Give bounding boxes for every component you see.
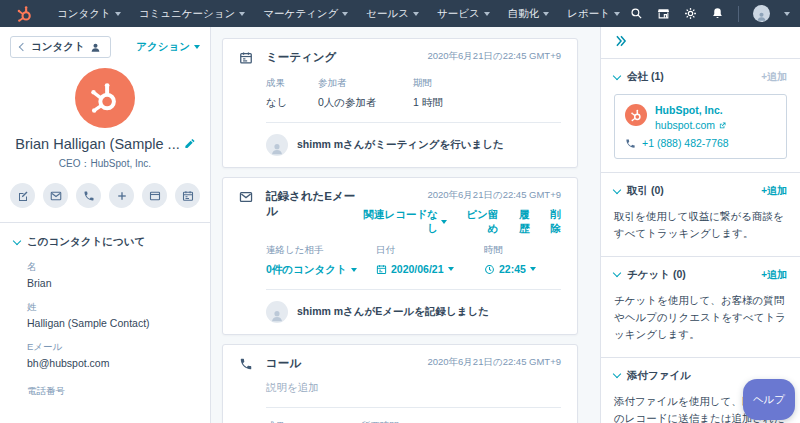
tickets-section-title: チケット (0) xyxy=(627,268,686,282)
column-label: 日付 xyxy=(376,244,484,257)
chevron-down-icon xyxy=(13,236,21,244)
nav-item-conversations[interactable]: コミュニケーション xyxy=(130,7,254,21)
pin-link[interactable]: ピン留め xyxy=(459,208,498,236)
nav-item-automation[interactable]: 自動化 xyxy=(499,7,559,21)
company-name-link[interactable]: HubSpot, Inc. xyxy=(655,104,727,116)
chevron-down-icon xyxy=(351,268,357,272)
nav-item-sales[interactable]: セールス xyxy=(357,7,428,21)
calendar-icon xyxy=(239,51,253,65)
quick-actions-row xyxy=(0,183,210,208)
back-to-contacts-button[interactable]: コンタクト xyxy=(10,36,111,58)
marketplace-icon[interactable] xyxy=(657,7,670,20)
associated-records-dropdown[interactable]: 関連レコードなし xyxy=(360,208,447,236)
person-icon xyxy=(270,309,284,323)
column-label: 連絡した相手 xyxy=(266,244,376,257)
chevron-down-icon[interactable] xyxy=(784,12,790,16)
divider xyxy=(266,407,561,408)
field-label: 名 xyxy=(27,261,196,274)
help-button[interactable]: ヘルプ xyxy=(743,379,795,420)
chevron-down-icon[interactable] xyxy=(613,269,621,277)
contacted-dropdown[interactable]: 0件のコンタクト xyxy=(266,263,376,277)
activity-footer-text: shimm mさんがミーティングを行いました xyxy=(297,138,504,152)
contact-name: Brian Halligan (Sample ... xyxy=(15,136,179,152)
nav-item-service[interactable]: サービス xyxy=(428,7,499,21)
search-icon[interactable] xyxy=(630,7,643,20)
chevron-down-icon xyxy=(614,12,620,16)
column-label: 成果 xyxy=(266,77,318,90)
delete-link[interactable]: 削除 xyxy=(542,208,561,236)
actions-dropdown[interactable]: アクション xyxy=(136,40,200,54)
phone-icon xyxy=(83,190,95,202)
settings-gear-icon[interactable] xyxy=(684,7,697,20)
email-icon xyxy=(239,190,253,204)
about-section-toggle[interactable]: このコンタクトについて xyxy=(14,235,196,249)
email-button[interactable] xyxy=(43,183,68,208)
company-domain-link[interactable]: hubspot.com xyxy=(655,119,727,131)
note-button[interactable] xyxy=(10,183,35,208)
history-link[interactable]: 履歴 xyxy=(510,208,529,236)
nav-item-reports[interactable]: レポート xyxy=(558,7,629,21)
meeting-activity-card: ミーティング 2020年6月21日の22:45 GMT+9 成果 なし 参加者 … xyxy=(222,38,578,168)
field-last-name[interactable]: 姓 Halligan (Sample Contact) xyxy=(14,301,196,329)
field-label: 姓 xyxy=(27,301,196,314)
contact-avatar xyxy=(75,68,135,128)
field-value xyxy=(27,401,196,413)
chevron-down-icon xyxy=(530,267,536,271)
divider xyxy=(266,289,561,290)
column-value: なし xyxy=(266,96,318,110)
nav-item-label: コンタクト xyxy=(57,7,111,21)
logged-email-activity-card: 記録されたEメール 2020年6月21日の22:45 GMT+9 関連レコードな… xyxy=(222,177,578,335)
company-section-title: 会社 (1) xyxy=(627,70,664,84)
add-button[interactable] xyxy=(109,183,134,208)
chevron-down-icon[interactable] xyxy=(613,71,621,79)
add-company-link[interactable]: +追加 xyxy=(761,70,787,84)
company-section: 会社 (1) +追加 HubSpot, Inc. hubspot.com +1 … xyxy=(601,58,800,172)
hubspot-logo-icon[interactable] xyxy=(16,5,34,23)
note-icon xyxy=(17,190,29,202)
nav-item-label: サービス xyxy=(437,7,480,21)
nav-divider xyxy=(738,6,739,22)
contact-name-row: Brian Halligan (Sample ... xyxy=(0,136,210,152)
external-link-icon xyxy=(718,121,727,130)
field-phone[interactable]: 電話番号 xyxy=(14,385,196,413)
notifications-bell-icon[interactable] xyxy=(711,7,724,20)
chevron-down-icon[interactable] xyxy=(613,370,621,378)
collapse-sidebar-row xyxy=(601,27,800,58)
meeting-attendees-col: 参加者 0人の参加者 xyxy=(318,77,413,110)
task-button[interactable] xyxy=(142,183,167,208)
company-phone-link[interactable]: +1 (888) 482-7768 xyxy=(625,137,776,149)
field-first-name[interactable]: 名 Brian xyxy=(14,261,196,289)
calendar-icon xyxy=(182,190,194,202)
add-deal-link[interactable]: +追加 xyxy=(761,184,787,198)
nav-item-label: コミュニケーション xyxy=(139,7,235,21)
chevron-down-icon xyxy=(115,12,121,16)
call-description-input[interactable]: 説明を追加 xyxy=(239,381,561,395)
back-button-label: コンタクト xyxy=(31,40,85,54)
activity-title: ミーティング xyxy=(266,50,336,65)
meeting-button[interactable] xyxy=(175,183,200,208)
field-email[interactable]: Eメール bh@hubspot.com xyxy=(14,341,196,369)
time-dropdown[interactable]: 22:45 xyxy=(484,263,536,275)
call-button[interactable] xyxy=(76,183,101,208)
nav-item-contacts[interactable]: コンタクト xyxy=(48,7,130,21)
double-chevron-right-icon[interactable] xyxy=(614,34,628,48)
column-label: 時間 xyxy=(484,244,536,257)
activity-timestamp: 2020年6月21日の22:45 GMT+9 xyxy=(360,189,561,202)
chevron-down-icon[interactable] xyxy=(613,185,621,193)
hubspot-sprocket-icon xyxy=(88,81,122,115)
nav-item-marketing[interactable]: マーケティング xyxy=(254,7,357,21)
meeting-duration-col: 期間 1 時間 xyxy=(413,77,443,110)
company-logo xyxy=(625,104,647,126)
email-contacted-col: 連絡した相手 0件のコンタクト xyxy=(266,244,376,277)
user-avatar[interactable] xyxy=(753,5,770,22)
add-ticket-link[interactable]: +追加 xyxy=(761,268,787,282)
tickets-section: チケット (0) +追加 チケットを使用して、お客様の質問やヘルプのリクエストを… xyxy=(601,256,800,357)
field-value: Brian xyxy=(27,277,196,289)
person-icon xyxy=(756,11,767,22)
company-card[interactable]: HubSpot, Inc. hubspot.com +1 (888) 482-7… xyxy=(614,94,787,159)
link-label: 履歴 xyxy=(510,208,529,236)
date-dropdown[interactable]: 2020/06/21 xyxy=(376,263,484,275)
attachments-section-title: 添付ファイル xyxy=(627,369,691,383)
link-label: ピン留め xyxy=(459,208,498,236)
edit-pencil-icon[interactable] xyxy=(184,138,195,149)
